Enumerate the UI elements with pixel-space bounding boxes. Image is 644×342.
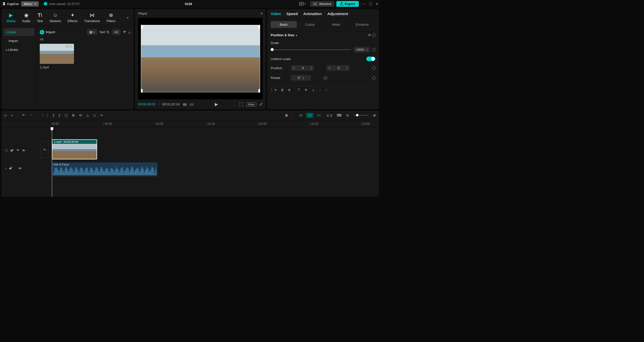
track-audio-icon[interactable]: ♪ (5, 166, 7, 170)
import-button[interactable]: + Import (40, 30, 55, 34)
layout-button[interactable]: ▾ (297, 1, 308, 7)
align-center-h-icon[interactable]: ╪ (281, 88, 284, 92)
pointer-tool-icon[interactable]: ▷ (5, 113, 7, 117)
undo-icon[interactable]: ↶ (22, 113, 25, 117)
tab-transitions[interactable]: ⋈Transitions (82, 11, 102, 24)
rotate-dial[interactable] (324, 76, 328, 80)
tabs-overflow[interactable]: » (124, 14, 131, 21)
snap-left-icon[interactable]: ⟨▪⟩ (298, 113, 304, 118)
zoom-slider[interactable] (353, 115, 369, 116)
tab-audio[interactable]: ◉Audio (19, 11, 33, 24)
snapshot-icon[interactable]: ⛶ (239, 102, 243, 107)
edit-track-button[interactable]: ✎ (40, 141, 49, 158)
preview-icon[interactable]: ⌨ (337, 113, 342, 117)
zoom-in-icon[interactable]: ⊕ (373, 113, 376, 117)
tab-media[interactable]: ▶Media (4, 11, 18, 24)
group-position-size[interactable]: Position & Size ▴ ↺ (271, 33, 375, 37)
copy-icon[interactable]: ⧉ (72, 113, 74, 117)
export-button[interactable]: Export (336, 1, 359, 7)
keyframe-icon[interactable] (372, 33, 376, 37)
sidebar-local[interactable]: Local (4, 28, 34, 36)
tab-stickers[interactable]: ☺Stickers (47, 11, 64, 24)
ratio-button[interactable]: Ratio (246, 102, 256, 106)
crop2-icon[interactable]: ✂ (100, 113, 103, 117)
pointer-dropdown[interactable]: ▾ (12, 114, 13, 117)
track-video-icon[interactable]: ▢ (5, 148, 8, 152)
player-menu-icon[interactable]: ≡ (261, 12, 263, 15)
keyframe-scale[interactable] (372, 48, 376, 52)
search-icon[interactable]: ⌕ (128, 30, 131, 34)
track-eye-icon[interactable]: 👁 (16, 148, 20, 152)
subtab-mask[interactable]: Mask (323, 21, 349, 28)
redo-icon[interactable]: ↷ (29, 113, 32, 117)
minimize-button[interactable]: ─ (363, 2, 366, 6)
scale-slider[interactable] (271, 49, 351, 50)
snap-center-icon[interactable]: ⟨⁑⟩ (306, 113, 313, 118)
subtab-basic[interactable]: Basic (271, 21, 297, 28)
insp-tab-animation[interactable]: Animation (303, 12, 322, 16)
tracks-area[interactable]: ✎ 1.mp4 00:00:26:04 Hall of Fame (39, 127, 379, 197)
track-gutter: ▢ 🔓︎ 👁 🔊︎ ♪ 🔓︎ • 🔊︎ (2, 127, 39, 197)
sidebar-library[interactable]: Library (4, 46, 34, 54)
mirror-icon[interactable]: △ (86, 113, 89, 117)
snap-right-icon[interactable]: ⟨▪⟩ (315, 113, 322, 118)
rotate-tool-icon[interactable]: ◇ (93, 113, 96, 117)
insp-tab-video[interactable]: Video (271, 12, 281, 16)
timeline-video-clip[interactable]: 1.mp4 00:00:26:04 (52, 139, 97, 159)
insp-tab-adjustment[interactable]: Adjustment (327, 12, 348, 16)
clip-name: 1.mp4 (40, 65, 74, 69)
compare-icon-2[interactable]: ▮▮▮ (189, 102, 193, 106)
zoom-out-icon[interactable]: ⊖ (346, 113, 349, 117)
close-button[interactable]: ✕ (376, 2, 378, 6)
shortcut-button[interactable]: Shortcut (310, 1, 334, 7)
track-lock-icon[interactable]: 🔓︎ (9, 166, 13, 170)
view-mode-button[interactable]: ▦▾ (87, 29, 97, 35)
subtab-enhance[interactable]: Enhance (349, 21, 375, 28)
rotate-input[interactable]: 0°▴▾ (291, 75, 311, 81)
tab-text[interactable]: TIText (34, 11, 46, 24)
fullscreen-icon[interactable]: ⤢ (259, 102, 263, 107)
timeline-ruler[interactable]: 00:00 | 00:30 | 01:00 | 01:30 | 02:00 | … (2, 120, 379, 127)
timecode-current[interactable]: 00:00:00:00 (138, 102, 155, 106)
mic-icon[interactable]: 🎤︎ (285, 113, 288, 117)
sidebar-import[interactable]: Import (4, 37, 34, 45)
reset-icon[interactable]: ↺ (368, 33, 371, 37)
menu-button[interactable]: Menu • ▾ (21, 1, 39, 7)
playhead[interactable] (52, 127, 52, 197)
uniform-scale-toggle[interactable] (366, 57, 375, 61)
scale-input[interactable]: 100%▴▾ (354, 47, 370, 53)
align-left-icon[interactable]: ⎸≡ (272, 88, 277, 92)
distribute-h-icon[interactable]: ⫴ (319, 88, 321, 92)
align-bottom-icon[interactable]: ⊥ (312, 88, 315, 92)
tab-effects[interactable]: ✦Effects (65, 11, 80, 24)
insp-tab-speed[interactable]: Speed (287, 12, 298, 16)
player-viewport[interactable] (138, 18, 263, 99)
play-button[interactable]: ▶ (215, 102, 218, 107)
sort-button[interactable]: Sort⇅ (100, 30, 109, 34)
position-x-input[interactable]: X0▴▾ (291, 65, 314, 71)
keyframe-position[interactable] (372, 66, 376, 70)
trim-right-icon[interactable]: ⟦ (59, 113, 60, 117)
crop-icon[interactable]: ▢ (65, 113, 68, 117)
align-center-v-icon[interactable]: ✛ (305, 88, 307, 92)
align-right-icon[interactable]: ≡⎸ (288, 88, 293, 92)
align-top-icon[interactable]: ⊤ (297, 88, 300, 92)
media-clip[interactable]: 00:27 1.mp4 (40, 44, 74, 69)
trim-left-icon[interactable]: ⟧ (53, 113, 54, 117)
subtab-cutout[interactable]: Cutout (297, 21, 323, 28)
reverse-icon[interactable]: ⟲ (79, 113, 82, 117)
keyframe-rotate[interactable] (372, 76, 376, 80)
magnet-icon[interactable]: ⊏⊐ (327, 113, 332, 117)
distribute-v-icon[interactable]: ≡ (325, 88, 327, 92)
tab-filters[interactable]: ⊗Filters (104, 11, 118, 24)
timeline-audio-clip[interactable]: Hall of Fame (52, 162, 157, 176)
track-mute-icon[interactable]: 🔊︎ (22, 148, 25, 152)
compare-icon[interactable]: ▮▮▮ (183, 102, 186, 106)
filter-all-button[interactable]: All (112, 29, 120, 35)
track-lock-icon[interactable]: 🔓︎ (11, 148, 14, 152)
split-icon[interactable]: 〕〔 (42, 113, 48, 118)
maximize-button[interactable]: ☐ (369, 2, 372, 6)
filter-icon[interactable]: ⧩ (123, 30, 126, 34)
position-y-input[interactable]: Y0▴▾ (327, 65, 350, 71)
track-mute-icon[interactable]: 🔊︎ (19, 166, 22, 170)
